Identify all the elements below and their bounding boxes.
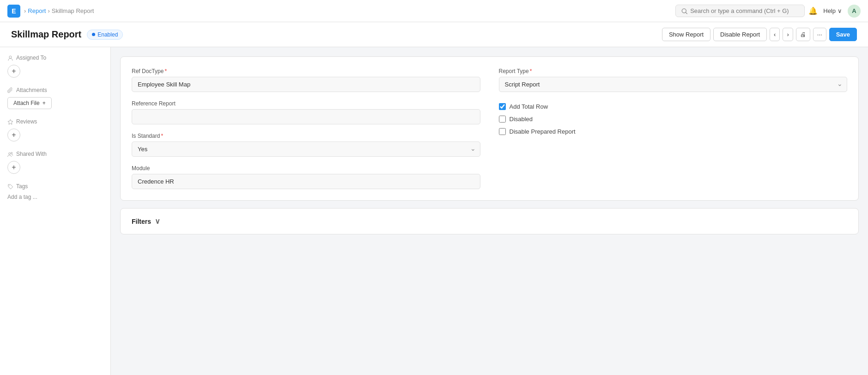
add-total-row-label[interactable]: Add Total Row [510,103,548,110]
page-wrapper: Skillmap Report Enabled Show Report Disa… [0,22,868,375]
tag-icon [7,184,13,190]
main-content: Ref DocType* Reference Report [111,47,868,375]
page-header: Skillmap Report Enabled Show Report Disa… [0,22,868,47]
form-card: Ref DocType* Reference Report [120,56,859,201]
prev-button[interactable]: ‹ [770,28,780,41]
disabled-row: Disabled [499,116,848,123]
shared-icon [7,151,13,157]
sidebar: Assigned To + Attachments Attach File + [0,47,111,375]
search-input[interactable] [690,7,799,14]
reference-report-field: Reference Report [132,100,480,124]
is-standard-select-wrapper: Yes No [132,141,480,157]
module-input[interactable] [132,174,480,189]
svg-point-5 [11,152,12,154]
ref-doctype-field: Ref DocType* [132,68,480,92]
report-type-select-wrapper: Script Report Query Report Report Builde… [499,77,848,92]
help-chevron-icon: ∨ [838,7,842,14]
module-label: Module [132,165,480,172]
add-tag-link[interactable]: Add a tag ... [7,194,37,200]
show-report-button[interactable]: Show Report [662,28,710,41]
next-button[interactable]: › [783,28,793,41]
breadcrumb-arrow-2: › [48,7,49,14]
filters-label: Filters [132,218,151,225]
svg-point-4 [9,153,11,154]
disabled-label[interactable]: Disabled [510,116,533,123]
left-column: Ref DocType* Reference Report [132,68,480,189]
star-icon [7,119,13,125]
right-column: Report Type* Script Report Query Report … [499,68,848,189]
disable-report-button[interactable]: Disable Report [713,28,767,41]
reference-report-label: Reference Report [132,100,480,107]
add-total-row-checkbox[interactable] [499,103,506,110]
filters-header[interactable]: Filters ∨ [132,217,847,226]
report-type-field: Report Type* Script Report Query Report … [499,68,848,92]
tags-title: Tags [7,183,103,190]
status-label: Enabled [97,31,118,38]
report-type-select[interactable]: Script Report Query Report Report Builde… [499,77,848,92]
person-icon [7,55,13,61]
assigned-to-title: Assigned To [7,55,103,61]
svg-point-6 [9,185,10,185]
attachments-title: Attachments [7,87,103,93]
reviews-section: Reviews + [7,118,103,141]
disable-prepared-report-row: Disable Prepared Report [499,128,848,135]
add-review-button[interactable]: + [7,129,20,141]
notification-bell[interactable]: 🔔 [808,6,818,15]
paperclip-icon [7,87,13,93]
help-menu[interactable]: Help ∨ [823,7,842,14]
content-area: Assigned To + Attachments Attach File + [0,47,868,375]
print-button[interactable]: 🖨 [796,28,810,41]
attach-file-button[interactable]: Attach File + [7,97,52,109]
report-type-label: Report Type* [499,68,848,74]
search-icon [681,8,687,14]
attachments-section: Attachments Attach File + [7,87,103,109]
attach-plus-icon: + [42,100,46,106]
app-logo[interactable]: E [7,5,20,18]
svg-point-2 [9,55,12,58]
disabled-checkbox[interactable] [499,116,506,123]
assigned-to-section: Assigned To + [7,55,103,78]
filters-section: Filters ∨ [120,208,859,234]
header-actions: Show Report Disable Report ‹ › 🖨 ··· Sav… [662,28,857,41]
shared-with-section: Shared With + [7,151,103,174]
ref-doctype-input[interactable] [132,77,480,92]
page-title: Skillmap Report [11,29,81,40]
add-assigned-button[interactable]: + [7,65,20,78]
form-grid: Ref DocType* Reference Report [132,68,847,189]
breadcrumb-arrow-1: › [24,7,26,14]
module-field: Module [132,165,480,189]
tags-section: Tags Add a tag ... [7,183,103,200]
disable-prepared-report-checkbox[interactable] [499,128,506,135]
is-standard-label: Is Standard* [132,133,480,139]
user-avatar[interactable]: A [848,5,861,18]
is-standard-field: Is Standard* Yes No [132,133,480,157]
reviews-title: Reviews [7,118,103,125]
add-shared-button[interactable]: + [7,161,20,174]
topbar: E › Report › Skillmap Report 🔔 Help ∨ A [0,0,868,22]
breadcrumb: › Report › Skillmap Report [24,7,94,14]
filters-chevron-icon: ∨ [155,217,160,226]
add-total-row-row: Add Total Row [499,103,848,110]
reference-report-input[interactable] [132,109,480,124]
is-standard-select[interactable]: Yes No [132,141,480,157]
disable-prepared-report-label[interactable]: Disable Prepared Report [510,128,576,135]
svg-line-1 [686,12,687,13]
shared-with-title: Shared With [7,151,103,157]
status-dot [92,33,95,36]
breadcrumb-current: Skillmap Report [52,7,94,14]
save-button[interactable]: Save [829,28,857,41]
svg-marker-3 [8,119,13,124]
more-button[interactable]: ··· [813,28,826,41]
breadcrumb-report[interactable]: Report [28,7,46,14]
ref-doctype-label: Ref DocType* [132,68,480,74]
search-bar[interactable] [675,5,805,17]
status-badge: Enabled [87,30,123,40]
topbar-right: 🔔 Help ∨ A [808,5,861,18]
